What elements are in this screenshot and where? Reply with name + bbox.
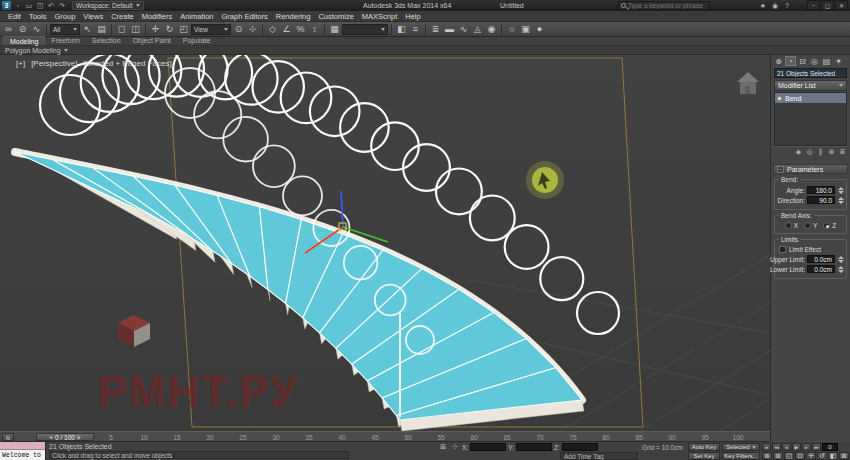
viewport-shading-menu[interactable]: [Shaded + Edged Faces]	[83, 59, 171, 68]
remove-modifier-icon[interactable]: ⊗	[827, 148, 836, 157]
ribbon-tab-selection[interactable]: Selection	[86, 36, 127, 45]
window-crossing-icon[interactable]: ◫	[129, 23, 142, 36]
open-file-icon[interactable]: ▭	[24, 1, 34, 10]
spinner-up-icon[interactable]	[838, 266, 844, 269]
select-and-manipulate-icon[interactable]: ⊹	[246, 23, 259, 36]
configure-modifier-sets-icon[interactable]: ≣	[838, 148, 847, 157]
axis-radio-z[interactable]	[823, 222, 830, 229]
pan-icon[interactable]: ✛	[806, 452, 816, 460]
direction-spinner[interactable]	[837, 197, 844, 204]
spinner-down-icon[interactable]	[838, 191, 844, 194]
maxscript-mini-listener[interactable]: Welcome to M	[0, 442, 46, 460]
create-tab[interactable]: ⊕	[773, 56, 784, 66]
minimize-button[interactable]: −	[807, 0, 820, 10]
maximize-viewport-icon[interactable]: ⊠	[839, 452, 849, 460]
menu-maxscript[interactable]: MAXScript	[358, 12, 401, 21]
spinner-down-icon[interactable]	[838, 270, 844, 273]
time-slider[interactable]: ◂ 0 / 100 ▸	[36, 433, 94, 441]
modifier-list-dropdown[interactable]: Modifier List	[774, 80, 847, 91]
axis-radio-x[interactable]	[785, 222, 792, 229]
pin-stack-icon[interactable]: ◈	[794, 148, 803, 157]
menu-graph-editors[interactable]: Graph Editors	[218, 12, 272, 21]
x-coordinate-field[interactable]	[470, 443, 506, 451]
bulb-icon[interactable]	[777, 96, 782, 101]
spinner-up-icon[interactable]	[838, 197, 844, 200]
lower-limit-spinner[interactable]	[837, 266, 844, 273]
workspace-dropdown[interactable]: Workspace: Default	[72, 1, 144, 10]
menu-group[interactable]: Group	[50, 12, 79, 21]
current-frame-field[interactable]: 0	[822, 443, 838, 451]
selection-set-dropdown[interactable]: Selected	[722, 443, 760, 451]
select-and-rotate-icon[interactable]: ↻	[163, 23, 176, 36]
ribbon-tab-object-paint[interactable]: Object Paint	[127, 36, 177, 45]
orbit-icon[interactable]: ↺	[817, 452, 827, 460]
make-unique-icon[interactable]: ∥	[816, 148, 825, 157]
display-tab[interactable]: ▤	[821, 56, 832, 66]
listener-line[interactable]: Welcome to M	[0, 450, 45, 460]
ribbon-tab-freeform[interactable]: Freeform	[45, 36, 85, 45]
selection-lock-icon[interactable]: ⊠	[438, 443, 448, 451]
go-to-start-icon[interactable]: ◂◂	[772, 443, 781, 451]
field-of-view-icon[interactable]: ◧	[828, 452, 838, 460]
named-selection-dropdown[interactable]	[342, 24, 388, 35]
use-center-icon[interactable]: ⊙	[232, 23, 245, 36]
bind-to-space-warp-icon[interactable]: ∿	[30, 23, 43, 36]
schematic-view-icon[interactable]: ◬	[471, 23, 484, 36]
utilities-tab[interactable]: ✶	[833, 56, 844, 66]
menu-tools[interactable]: Tools	[25, 12, 51, 21]
select-by-name-icon[interactable]: ▤	[95, 23, 108, 36]
viewport-pov-menu[interactable]: [Perspective]	[31, 59, 77, 68]
search-box[interactable]	[618, 1, 710, 10]
snap-toggle-icon[interactable]: ◇	[266, 23, 279, 36]
next-frame-icon[interactable]: ▸	[802, 443, 811, 451]
reference-coordinate-dropdown[interactable]: View	[191, 24, 231, 35]
angle-spinner[interactable]	[837, 187, 844, 194]
hierarchy-tab[interactable]: ⊟	[797, 56, 808, 66]
curve-editor-icon[interactable]: ∿	[457, 23, 470, 36]
z-coordinate-field[interactable]	[562, 443, 598, 451]
community-icon[interactable]: ◉	[770, 1, 780, 10]
angle-field[interactable]: 180.0	[807, 186, 835, 194]
help-icon[interactable]: ?	[782, 1, 792, 10]
mini-curve-editor-button[interactable]: ≋	[2, 433, 14, 441]
viewport[interactable]: РМНТ.РУ [+] [Perspective] [Shaded + Edge…	[0, 55, 770, 431]
viewport-canvas[interactable]: РМНТ.РУ	[0, 55, 770, 431]
material-editor-icon[interactable]: ◉	[485, 23, 498, 36]
lower-limit-field[interactable]: 0.0cm	[807, 265, 835, 273]
limit-effect-checkbox[interactable]	[779, 246, 786, 253]
selection-filter-dropdown[interactable]: All	[50, 24, 80, 35]
favorites-icon[interactable]: ★	[758, 1, 768, 10]
select-and-link-icon[interactable]: ∞	[2, 23, 15, 36]
new-scene-icon[interactable]: ▫	[13, 1, 23, 10]
undo-icon[interactable]: ↶	[46, 1, 56, 10]
rectangular-selection-icon[interactable]: ◻	[115, 23, 128, 36]
direction-field[interactable]: 90.0	[807, 196, 835, 204]
ribbon-tab-populate[interactable]: Populate	[177, 36, 217, 45]
viewport-nav-menu[interactable]: [+]	[16, 59, 25, 68]
menu-modifiers[interactable]: Modifiers	[138, 12, 176, 21]
spinner-down-icon[interactable]	[838, 260, 844, 263]
graphite-ribbon-icon[interactable]: ▬	[443, 23, 456, 36]
menu-create[interactable]: Create	[107, 12, 138, 21]
modifier-stack-item-bend[interactable]: Bend	[775, 93, 846, 103]
object-name-field[interactable]: 21 Objects Selected	[774, 68, 847, 78]
axis-radio-y[interactable]	[804, 222, 811, 229]
spinner-snap-icon[interactable]: ↕	[308, 23, 321, 36]
zoom-icon[interactable]: ⊕	[762, 452, 772, 460]
align-icon[interactable]: ≡	[409, 23, 422, 36]
spinner-up-icon[interactable]	[838, 256, 844, 259]
key-mode-toggle-icon[interactable]: ●	[762, 443, 771, 451]
select-and-move-icon[interactable]: ✛	[149, 23, 162, 36]
angle-snap-icon[interactable]: ∠	[280, 23, 293, 36]
zoom-extents-icon[interactable]: ◱	[784, 452, 794, 460]
viewcube-home-icon[interactable]	[737, 72, 759, 94]
menu-customize[interactable]: Customize	[314, 12, 357, 21]
play-animation-icon[interactable]: ▶	[792, 443, 801, 451]
edit-named-selection-sets-icon[interactable]: ▦	[328, 23, 341, 36]
render-production-icon[interactable]: ●	[533, 23, 546, 36]
zoom-all-icon[interactable]: ⊞	[773, 452, 783, 460]
modify-tab[interactable]: ◔	[785, 56, 796, 66]
rendered-frame-window-icon[interactable]: ▣	[519, 23, 532, 36]
app-logo-icon[interactable]: 3	[2, 1, 11, 10]
select-object-icon[interactable]: ↖	[81, 23, 94, 36]
